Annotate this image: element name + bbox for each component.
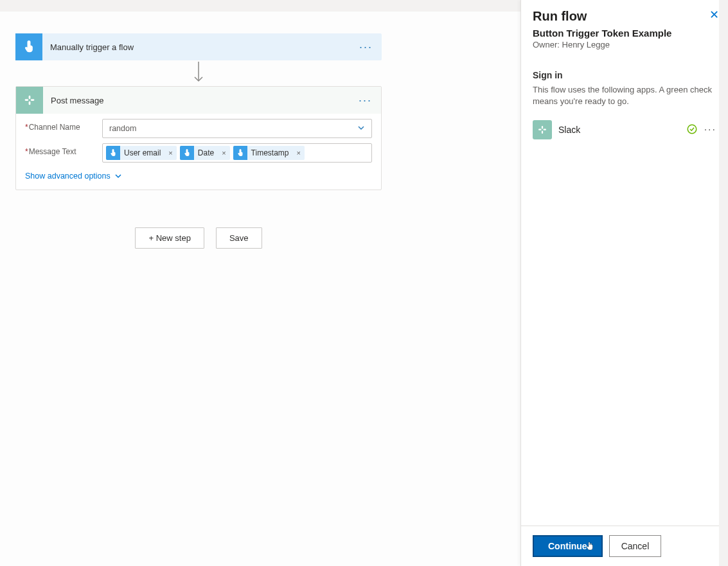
svg-rect-3 bbox=[29, 96, 31, 100]
token-remove[interactable]: × bbox=[293, 149, 305, 157]
chevron-down-icon bbox=[114, 172, 122, 180]
panel-owner: Owner: Henry Legge bbox=[533, 40, 716, 49]
slack-icon bbox=[16, 87, 43, 114]
channel-dropdown[interactable]: random bbox=[102, 119, 372, 138]
trigger-title: Manually trigger a flow bbox=[42, 42, 350, 52]
continue-button[interactable]: Continue bbox=[533, 535, 603, 557]
message-text-label: *Message Text bbox=[25, 143, 102, 156]
panel-right-edge bbox=[719, 0, 728, 566]
svg-rect-1 bbox=[25, 99, 29, 101]
token-remove[interactable]: × bbox=[218, 149, 229, 157]
panel-footer: Continue Cancel bbox=[521, 526, 728, 566]
svg-rect-8 bbox=[542, 131, 543, 134]
svg-rect-2 bbox=[31, 99, 35, 101]
signin-description: This flow uses the following apps. A gre… bbox=[533, 84, 716, 107]
panel-title: Run flow bbox=[533, 9, 716, 24]
svg-rect-7 bbox=[542, 126, 543, 129]
connection-row: Slack ··· bbox=[533, 120, 716, 139]
signin-heading: Sign in bbox=[533, 70, 716, 80]
token-icon bbox=[180, 146, 194, 160]
run-flow-panel: Run flow ✕ Button Trigger Token Example … bbox=[520, 0, 728, 566]
new-step-button[interactable]: + New step bbox=[135, 227, 204, 249]
action-title: Post message bbox=[43, 96, 350, 105]
check-ok-icon bbox=[686, 123, 698, 137]
message-text-input[interactable]: User email × Date × Timestamp × bbox=[102, 143, 372, 163]
channel-dropdown-value: random bbox=[109, 124, 136, 133]
action-header[interactable]: Post message ··· bbox=[16, 87, 381, 114]
trigger-more-button[interactable]: ··· bbox=[350, 40, 382, 54]
channel-name-label: *Channel Name bbox=[25, 119, 102, 132]
svg-point-9 bbox=[688, 125, 697, 134]
toolbar-strip bbox=[0, 0, 520, 12]
panel-flow-name: Button Trigger Token Example bbox=[533, 28, 716, 39]
svg-rect-5 bbox=[538, 129, 542, 130]
token-icon bbox=[233, 146, 247, 160]
cancel-button[interactable]: Cancel bbox=[609, 535, 662, 557]
action-card[interactable]: Post message ··· *Channel Name random *M… bbox=[15, 86, 382, 190]
token-date[interactable]: Date × bbox=[180, 146, 230, 160]
token-remove[interactable]: × bbox=[164, 149, 176, 157]
svg-rect-6 bbox=[544, 129, 547, 130]
trigger-card[interactable]: Manually trigger a flow ··· bbox=[15, 33, 382, 60]
save-button[interactable]: Save bbox=[216, 227, 262, 249]
token-icon bbox=[106, 146, 120, 160]
flow-canvas: Manually trigger a flow ··· Post message… bbox=[0, 0, 520, 566]
show-advanced-options[interactable]: Show advanced options bbox=[16, 163, 381, 181]
connection-more-button[interactable]: ··· bbox=[704, 124, 716, 136]
svg-rect-4 bbox=[29, 102, 31, 105]
slack-icon bbox=[533, 120, 552, 139]
action-more-button[interactable]: ··· bbox=[350, 94, 381, 107]
close-icon[interactable]: ✕ bbox=[709, 9, 719, 21]
chevron-down-icon bbox=[357, 124, 365, 134]
connection-name: Slack bbox=[558, 125, 680, 135]
touch-icon bbox=[15, 33, 42, 60]
flow-arrow bbox=[15, 60, 382, 86]
token-user-email[interactable]: User email × bbox=[106, 146, 177, 160]
token-timestamp[interactable]: Timestamp × bbox=[233, 146, 305, 160]
